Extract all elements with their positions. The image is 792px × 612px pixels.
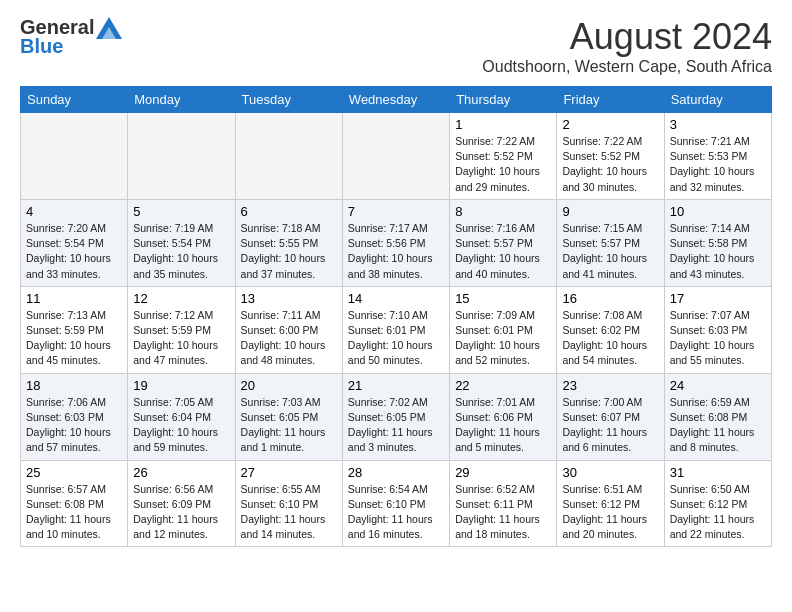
calendar-day-cell: 9Sunrise: 7:15 AMSunset: 5:57 PMDaylight… [557,199,664,286]
day-detail: Sunrise: 6:57 AMSunset: 6:08 PMDaylight:… [26,482,122,543]
calendar-header-day: Saturday [664,87,771,113]
day-detail: Sunrise: 7:11 AMSunset: 6:00 PMDaylight:… [241,308,337,369]
day-detail: Sunrise: 7:10 AMSunset: 6:01 PMDaylight:… [348,308,444,369]
day-detail: Sunrise: 7:14 AMSunset: 5:58 PMDaylight:… [670,221,766,282]
calendar-day-cell [128,113,235,200]
calendar-table: SundayMondayTuesdayWednesdayThursdayFrid… [20,86,772,547]
calendar-day-cell: 23Sunrise: 7:00 AMSunset: 6:07 PMDayligh… [557,373,664,460]
day-number: 19 [133,378,229,393]
day-number: 11 [26,291,122,306]
day-number: 8 [455,204,551,219]
day-number: 2 [562,117,658,132]
calendar-day-cell: 26Sunrise: 6:56 AMSunset: 6:09 PMDayligh… [128,460,235,547]
day-number: 27 [241,465,337,480]
logo-blue-text: Blue [20,35,63,58]
calendar-day-cell: 16Sunrise: 7:08 AMSunset: 6:02 PMDayligh… [557,286,664,373]
day-detail: Sunrise: 7:03 AMSunset: 6:05 PMDaylight:… [241,395,337,456]
day-number: 17 [670,291,766,306]
calendar-week-row: 1Sunrise: 7:22 AMSunset: 5:52 PMDaylight… [21,113,772,200]
day-number: 6 [241,204,337,219]
calendar-day-cell: 7Sunrise: 7:17 AMSunset: 5:56 PMDaylight… [342,199,449,286]
header: General Blue August 2024 Oudtshoorn, Wes… [20,16,772,76]
day-detail: Sunrise: 7:07 AMSunset: 6:03 PMDaylight:… [670,308,766,369]
calendar-day-cell: 2Sunrise: 7:22 AMSunset: 5:52 PMDaylight… [557,113,664,200]
calendar-day-cell: 27Sunrise: 6:55 AMSunset: 6:10 PMDayligh… [235,460,342,547]
calendar-header-day: Wednesday [342,87,449,113]
month-title: August 2024 [482,16,772,58]
calendar-day-cell: 8Sunrise: 7:16 AMSunset: 5:57 PMDaylight… [450,199,557,286]
day-detail: Sunrise: 7:22 AMSunset: 5:52 PMDaylight:… [455,134,551,195]
day-detail: Sunrise: 7:13 AMSunset: 5:59 PMDaylight:… [26,308,122,369]
day-detail: Sunrise: 7:19 AMSunset: 5:54 PMDaylight:… [133,221,229,282]
calendar-day-cell: 4Sunrise: 7:20 AMSunset: 5:54 PMDaylight… [21,199,128,286]
day-number: 12 [133,291,229,306]
calendar-day-cell: 21Sunrise: 7:02 AMSunset: 6:05 PMDayligh… [342,373,449,460]
calendar-day-cell [235,113,342,200]
calendar-day-cell: 10Sunrise: 7:14 AMSunset: 5:58 PMDayligh… [664,199,771,286]
day-number: 10 [670,204,766,219]
calendar-day-cell: 20Sunrise: 7:03 AMSunset: 6:05 PMDayligh… [235,373,342,460]
day-number: 24 [670,378,766,393]
day-number: 22 [455,378,551,393]
calendar-day-cell: 13Sunrise: 7:11 AMSunset: 6:00 PMDayligh… [235,286,342,373]
day-detail: Sunrise: 7:01 AMSunset: 6:06 PMDaylight:… [455,395,551,456]
day-detail: Sunrise: 7:06 AMSunset: 6:03 PMDaylight:… [26,395,122,456]
day-detail: Sunrise: 7:08 AMSunset: 6:02 PMDaylight:… [562,308,658,369]
calendar-week-row: 11Sunrise: 7:13 AMSunset: 5:59 PMDayligh… [21,286,772,373]
day-number: 7 [348,204,444,219]
day-detail: Sunrise: 7:16 AMSunset: 5:57 PMDaylight:… [455,221,551,282]
day-number: 14 [348,291,444,306]
day-number: 4 [26,204,122,219]
title-area: August 2024 Oudtshoorn, Western Cape, So… [482,16,772,76]
day-number: 25 [26,465,122,480]
calendar-day-cell: 18Sunrise: 7:06 AMSunset: 6:03 PMDayligh… [21,373,128,460]
calendar-day-cell: 31Sunrise: 6:50 AMSunset: 6:12 PMDayligh… [664,460,771,547]
day-detail: Sunrise: 7:17 AMSunset: 5:56 PMDaylight:… [348,221,444,282]
calendar-day-cell: 14Sunrise: 7:10 AMSunset: 6:01 PMDayligh… [342,286,449,373]
day-detail: Sunrise: 6:50 AMSunset: 6:12 PMDaylight:… [670,482,766,543]
calendar-day-cell: 15Sunrise: 7:09 AMSunset: 6:01 PMDayligh… [450,286,557,373]
day-number: 29 [455,465,551,480]
day-detail: Sunrise: 6:54 AMSunset: 6:10 PMDaylight:… [348,482,444,543]
day-detail: Sunrise: 6:51 AMSunset: 6:12 PMDaylight:… [562,482,658,543]
calendar-header-day: Sunday [21,87,128,113]
day-detail: Sunrise: 7:22 AMSunset: 5:52 PMDaylight:… [562,134,658,195]
day-number: 30 [562,465,658,480]
calendar-day-cell: 11Sunrise: 7:13 AMSunset: 5:59 PMDayligh… [21,286,128,373]
day-detail: Sunrise: 7:15 AMSunset: 5:57 PMDaylight:… [562,221,658,282]
day-number: 5 [133,204,229,219]
day-number: 16 [562,291,658,306]
calendar-day-cell [21,113,128,200]
day-detail: Sunrise: 7:12 AMSunset: 5:59 PMDaylight:… [133,308,229,369]
calendar-week-row: 18Sunrise: 7:06 AMSunset: 6:03 PMDayligh… [21,373,772,460]
day-number: 9 [562,204,658,219]
day-number: 3 [670,117,766,132]
day-detail: Sunrise: 6:59 AMSunset: 6:08 PMDaylight:… [670,395,766,456]
calendar-header-day: Monday [128,87,235,113]
calendar-day-cell: 30Sunrise: 6:51 AMSunset: 6:12 PMDayligh… [557,460,664,547]
logo-icon [96,17,122,39]
day-detail: Sunrise: 7:18 AMSunset: 5:55 PMDaylight:… [241,221,337,282]
day-number: 13 [241,291,337,306]
calendar-day-cell: 22Sunrise: 7:01 AMSunset: 6:06 PMDayligh… [450,373,557,460]
calendar-day-cell: 3Sunrise: 7:21 AMSunset: 5:53 PMDaylight… [664,113,771,200]
calendar-day-cell: 29Sunrise: 6:52 AMSunset: 6:11 PMDayligh… [450,460,557,547]
logo: General Blue [20,16,122,58]
calendar-header-day: Friday [557,87,664,113]
calendar-header-day: Thursday [450,87,557,113]
day-number: 23 [562,378,658,393]
day-detail: Sunrise: 6:55 AMSunset: 6:10 PMDaylight:… [241,482,337,543]
day-number: 21 [348,378,444,393]
day-number: 18 [26,378,122,393]
day-detail: Sunrise: 7:02 AMSunset: 6:05 PMDaylight:… [348,395,444,456]
calendar-header-row: SundayMondayTuesdayWednesdayThursdayFrid… [21,87,772,113]
day-number: 15 [455,291,551,306]
day-number: 26 [133,465,229,480]
day-detail: Sunrise: 6:56 AMSunset: 6:09 PMDaylight:… [133,482,229,543]
calendar-day-cell: 19Sunrise: 7:05 AMSunset: 6:04 PMDayligh… [128,373,235,460]
calendar-day-cell: 24Sunrise: 6:59 AMSunset: 6:08 PMDayligh… [664,373,771,460]
calendar-day-cell: 25Sunrise: 6:57 AMSunset: 6:08 PMDayligh… [21,460,128,547]
calendar-day-cell [342,113,449,200]
day-detail: Sunrise: 7:20 AMSunset: 5:54 PMDaylight:… [26,221,122,282]
subtitle: Oudtshoorn, Western Cape, South Africa [482,58,772,76]
